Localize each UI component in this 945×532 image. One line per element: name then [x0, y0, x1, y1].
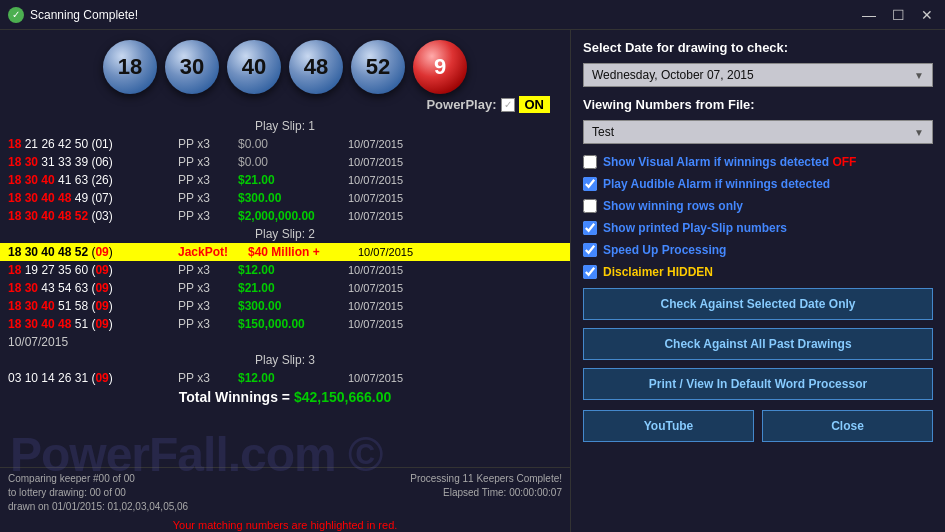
checkbox-row-3: Show winning rows only: [583, 198, 933, 214]
date-dropdown[interactable]: Wednesday, October 07, 2015 ▼: [583, 63, 933, 87]
file-dropdown[interactable]: Test ▼: [583, 120, 933, 144]
youtube-button[interactable]: YouTube: [583, 410, 754, 442]
checkbox-row-4: Show printed Play-Slip numbers: [583, 220, 933, 236]
ball-2: 30: [165, 40, 219, 94]
total-winnings: Total Winnings = $42,150,666.00: [0, 387, 570, 407]
app-icon: ✓: [8, 7, 24, 23]
main-content: 18 30 40 48 52 9 PowerPlay: ✓ ON Play Sl…: [0, 30, 945, 532]
table-row: 18 30 40 51 58 (09) PP x3 $300.00 10/07/…: [0, 297, 570, 315]
title-bar-left: ✓ Scanning Complete!: [8, 7, 138, 23]
table-row: 03 10 14 26 31 (09) PP x3 $12.00 10/07/2…: [0, 369, 570, 387]
status-line2: to lottery drawing: 00 of 00: [8, 486, 188, 500]
date-dropdown-value: Wednesday, October 07, 2015: [592, 68, 754, 82]
slip3-header: Play Slip: 3: [0, 351, 570, 369]
close-button[interactable]: Close: [762, 410, 933, 442]
checkbox-row-6: Disclaimer HIDDEN: [583, 264, 933, 280]
ball-5: 52: [351, 40, 405, 94]
window-controls: — ☐ ✕: [858, 8, 937, 22]
ball-3: 40: [227, 40, 281, 94]
table-row: 18 30 40 48 51 (09) PP x3 $150,000.00 10…: [0, 315, 570, 333]
bottom-status: Comparing keeper #00 of 00 to lottery dr…: [0, 467, 570, 518]
visual-alarm-label: Show Visual Alarm if winnings detected O…: [603, 155, 856, 169]
visual-alarm-checkbox[interactable]: [583, 155, 597, 169]
checkbox-row-1: Show Visual Alarm if winnings detected O…: [583, 154, 933, 170]
audible-alarm-checkbox[interactable]: [583, 177, 597, 191]
winning-rows-label: Show winning rows only: [603, 199, 743, 213]
table-row: 18 30 40 48 49 (07) PP x3 $300.00 10/07/…: [0, 189, 570, 207]
ball-powerball: 9: [413, 40, 467, 94]
table-row: 18 30 31 33 39 (06) PP x3 $0.00 10/07/20…: [0, 153, 570, 171]
status-left: Comparing keeper #00 of 00 to lottery dr…: [8, 472, 188, 514]
warning-text: Your matching numbers are highlighted in…: [0, 518, 570, 532]
powerplay-checkbox[interactable]: ✓: [501, 98, 515, 112]
audible-alarm-label: Play Audible Alarm if winnings detected: [603, 177, 830, 191]
results-area[interactable]: Play Slip: 1 18 21 26 42 50 (01) PP x3 $…: [0, 115, 570, 467]
checkbox-row-5: Speed Up Processing: [583, 242, 933, 258]
file-dropdown-arrow: ▼: [914, 127, 924, 138]
bottom-buttons: YouTube Close: [583, 410, 933, 442]
winning-rows-checkbox[interactable]: [583, 199, 597, 213]
slip2-header: Play Slip: 2: [0, 225, 570, 243]
ball-1: 18: [103, 40, 157, 94]
date-dropdown-arrow: ▼: [914, 70, 924, 81]
status-line1: Comparing keeper #00 of 00: [8, 472, 188, 486]
check-selected-button[interactable]: Check Against Selected Date Only: [583, 288, 933, 320]
table-row: 18 30 40 41 63 (26) PP x3 $21.00 10/07/2…: [0, 171, 570, 189]
status-line3: drawn on 01/01/2015: 01,02,03,04,05,06: [8, 500, 188, 514]
speed-up-checkbox[interactable]: [583, 243, 597, 257]
print-view-button[interactable]: Print / View In Default Word Processor: [583, 368, 933, 400]
slip1-header: Play Slip: 1: [0, 117, 570, 135]
disclaimer-checkbox[interactable]: [583, 265, 597, 279]
file-dropdown-value: Test: [592, 125, 614, 139]
close-window-button[interactable]: ✕: [917, 8, 937, 22]
checkbox-row-2: Play Audible Alarm if winnings detected: [583, 176, 933, 192]
title-bar: ✓ Scanning Complete! — ☐ ✕: [0, 0, 945, 30]
speed-up-label: Speed Up Processing: [603, 243, 726, 257]
file-section-label: Viewing Numbers from File:: [583, 97, 933, 112]
printed-slips-checkbox[interactable]: [583, 221, 597, 235]
check-all-button[interactable]: Check Against All Past Drawings: [583, 328, 933, 360]
ball-4: 48: [289, 40, 343, 94]
powerplay-on-badge: ON: [519, 96, 551, 113]
right-panel: Select Date for drawing to check: Wednes…: [570, 30, 945, 532]
status-right: Processing 11 Keepers Complete! Elapsed …: [410, 472, 562, 514]
left-panel: 18 30 40 48 52 9 PowerPlay: ✓ ON Play Sl…: [0, 30, 570, 532]
table-row: 18 21 26 42 50 (01) PP x3 $0.00 10/07/20…: [0, 135, 570, 153]
window-title: Scanning Complete!: [30, 8, 138, 22]
disclaimer-label: Disclaimer HIDDEN: [603, 265, 713, 279]
balls-row: 18 30 40 48 52 9: [0, 30, 570, 96]
table-row: 18 19 27 35 60 (09) PP x3 $12.00 10/07/2…: [0, 261, 570, 279]
table-row: 18 30 40 48 52 (03) PP x3 $2,000,000.00 …: [0, 207, 570, 225]
status-elapsed: Elapsed Time: 00:00:00:07: [410, 486, 562, 500]
maximize-button[interactable]: ☐: [888, 8, 909, 22]
powerplay-row: PowerPlay: ✓ ON: [0, 96, 570, 113]
powerplay-label: PowerPlay:: [426, 97, 496, 112]
status-processing: Processing 11 Keepers Complete!: [410, 472, 562, 486]
table-row: 18 30 43 54 63 (09) PP x3 $21.00 10/07/2…: [0, 279, 570, 297]
minimize-button[interactable]: —: [858, 8, 880, 22]
date-only-row: 10/07/2015: [0, 333, 570, 351]
printed-slips-label: Show printed Play-Slip numbers: [603, 221, 787, 235]
jackpot-row: 18 30 40 48 52 (09) JackPot! $40 Million…: [0, 243, 570, 261]
date-section-label: Select Date for drawing to check:: [583, 40, 933, 55]
